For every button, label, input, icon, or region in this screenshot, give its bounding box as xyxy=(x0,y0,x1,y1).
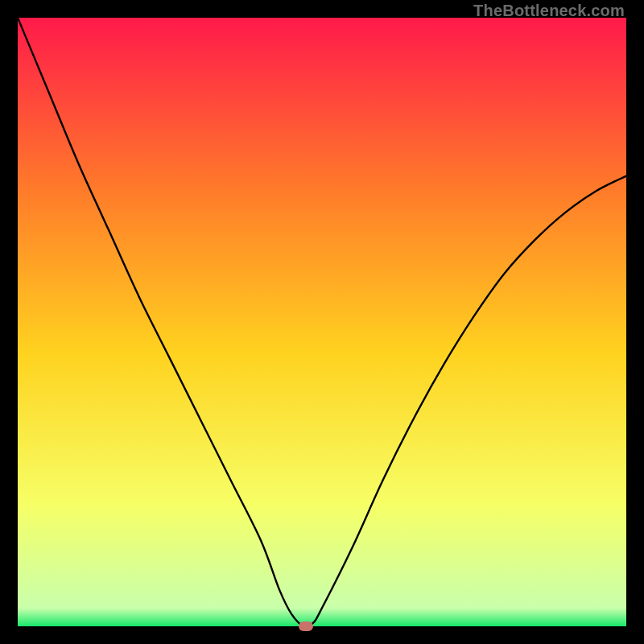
bottleneck-curve xyxy=(18,18,626,626)
chart-frame: TheBottleneck.com xyxy=(0,0,644,644)
plot-area xyxy=(18,18,626,626)
watermark-text: TheBottleneck.com xyxy=(473,2,625,20)
optimal-point-marker xyxy=(299,621,313,631)
